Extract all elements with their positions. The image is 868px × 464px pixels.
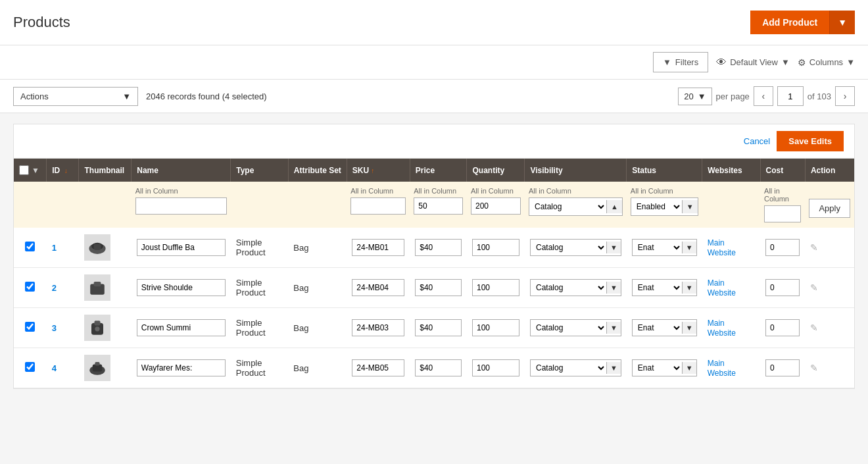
row-4-status-wrap: Enat Disabled ▼ bbox=[632, 359, 697, 376]
row-1-visibility-cell: Catalog Search Catalog, Search Not Visib… bbox=[525, 228, 627, 268]
filters-label: Filters bbox=[675, 57, 698, 67]
row-4-edit-icon[interactable]: ✎ bbox=[810, 363, 818, 373]
row-4-qty-input[interactable] bbox=[472, 359, 519, 376]
row-3-edit-icon[interactable]: ✎ bbox=[810, 322, 818, 333]
row-1-status-select[interactable]: Enat Disabled bbox=[633, 240, 682, 255]
row-2-visibility-wrap: Catalog Search Catalog, Search Not Visib… bbox=[530, 279, 621, 296]
row-3-checkbox[interactable] bbox=[25, 322, 35, 332]
row-1-sku-input[interactable] bbox=[352, 239, 404, 256]
filter-visibility-select-wrap: Catalog Search Catalog, Search Not Visib… bbox=[529, 197, 623, 216]
filter-status-select[interactable]: Enabled Disabled bbox=[631, 198, 682, 215]
per-page-select[interactable]: 20 ▼ bbox=[678, 88, 711, 105]
prev-page-button[interactable]: ‹ bbox=[754, 86, 773, 106]
row-4-price-input[interactable] bbox=[415, 359, 462, 376]
filter-qty-input[interactable] bbox=[471, 197, 521, 215]
row-4-id-link[interactable]: 4 bbox=[52, 363, 57, 373]
filter-visibility-label: All in Column bbox=[529, 187, 623, 195]
row-4-visibility-select[interactable]: Catalog Search Catalog, Search Not Visib… bbox=[531, 360, 606, 376]
row-1-cost-input[interactable] bbox=[765, 239, 800, 256]
view-select[interactable]: 👁 Default View ▼ bbox=[716, 57, 790, 68]
apply-button[interactable]: Apply bbox=[809, 199, 850, 218]
row-1-name-input[interactable] bbox=[137, 239, 226, 256]
main-content: Cancel Save Edits ▼ ID ↓ Thumbnail bbox=[0, 113, 868, 400]
filter-sku-input[interactable] bbox=[350, 197, 406, 215]
filters-button[interactable]: ▼ Filters bbox=[653, 52, 708, 72]
filter-cost-input[interactable] bbox=[764, 205, 801, 222]
filter-price-input[interactable] bbox=[414, 197, 463, 215]
row-3-checkbox-cell bbox=[14, 308, 47, 348]
row-1-edit-icon[interactable]: ✎ bbox=[810, 242, 818, 253]
row-4-status-select[interactable]: Enat Disabled bbox=[633, 360, 682, 376]
eye-icon: 👁 bbox=[716, 57, 727, 68]
row-4-name-input[interactable] bbox=[137, 359, 226, 376]
per-page-label: per page bbox=[716, 91, 750, 101]
row-2-status-select[interactable]: Enat Disabled bbox=[633, 280, 682, 296]
row-2-cost-input[interactable] bbox=[765, 279, 800, 296]
row-1-checkbox[interactable] bbox=[25, 242, 35, 251]
svg-rect-4 bbox=[94, 282, 101, 286]
row-2-cost-cell bbox=[760, 268, 805, 308]
filter-cell-thumbnail bbox=[79, 182, 132, 228]
add-product-button[interactable]: Add Product bbox=[750, 11, 829, 34]
th-sku: SKU↑ bbox=[347, 159, 410, 182]
row-2-visibility-select[interactable]: Catalog Search Catalog, Search Not Visib… bbox=[531, 280, 606, 296]
row-3-qty-input[interactable] bbox=[472, 319, 519, 336]
row-4-website-link[interactable]: Main Website bbox=[708, 359, 736, 378]
row-1-price-input[interactable] bbox=[415, 239, 462, 256]
row-4-sku-input[interactable] bbox=[352, 359, 404, 376]
row-1-visibility-select[interactable]: Catalog Search Catalog, Search Not Visib… bbox=[531, 240, 606, 255]
row-1-status-wrap: Enat Disabled ▼ bbox=[632, 239, 697, 256]
row-1-website-link[interactable]: Main Website bbox=[708, 238, 736, 257]
row-2-name-input[interactable] bbox=[137, 279, 226, 296]
row-2-sku-input[interactable] bbox=[352, 279, 404, 296]
actions-select[interactable]: Actions ▼ bbox=[13, 87, 138, 106]
row-3-id-link[interactable]: 3 bbox=[52, 323, 57, 333]
table-row: 1 Simple Product Bag bbox=[14, 228, 854, 268]
row-2-website: Main Website bbox=[702, 268, 760, 308]
row-1-thumbnail bbox=[79, 228, 132, 268]
row-4-website: Main Website bbox=[702, 348, 760, 388]
row-3-cost-cell bbox=[760, 308, 805, 348]
next-page-button[interactable]: › bbox=[835, 86, 855, 106]
row-3-status-select[interactable]: Enat Disabled bbox=[633, 320, 682, 336]
row-1-qty-input[interactable] bbox=[472, 239, 519, 256]
add-product-dropdown-button[interactable]: ▼ bbox=[829, 11, 855, 34]
row-3-name-input[interactable] bbox=[137, 319, 226, 336]
filter-visibility-select[interactable]: Catalog Search Catalog, Search Not Visib… bbox=[529, 198, 606, 215]
header-checkbox-dropdown[interactable]: ▼ bbox=[32, 166, 39, 175]
filter-row: All in Column All in Column All in Colum… bbox=[14, 182, 854, 228]
row-4-price-cell bbox=[410, 348, 467, 388]
row-3-cost-input[interactable] bbox=[765, 319, 800, 336]
row-2-edit-icon[interactable]: ✎ bbox=[810, 282, 818, 293]
row-2-checkbox[interactable] bbox=[25, 282, 35, 292]
svg-rect-6 bbox=[94, 321, 100, 325]
row-1-id-link[interactable]: 1 bbox=[52, 243, 57, 253]
row-3-sku-input[interactable] bbox=[352, 319, 404, 336]
row-4-checkbox[interactable] bbox=[25, 362, 35, 372]
row-4-visibility-arrow: ▼ bbox=[606, 362, 621, 374]
row-3-visibility-select[interactable]: Catalog Search Catalog, Search Not Visib… bbox=[531, 320, 606, 336]
row-3-website-link[interactable]: Main Website bbox=[708, 319, 736, 338]
row-2-visibility-arrow: ▼ bbox=[606, 282, 621, 294]
save-edits-button[interactable]: Save Edits bbox=[777, 131, 844, 151]
cancel-link[interactable]: Cancel bbox=[744, 136, 770, 146]
filter-name-input[interactable] bbox=[135, 197, 227, 215]
row-2-status-arrow: ▼ bbox=[682, 282, 696, 294]
row-4-thumbnail-image bbox=[84, 355, 110, 381]
view-label: Default View bbox=[730, 57, 778, 67]
columns-button[interactable]: ⚙ Columns ▼ bbox=[798, 57, 855, 68]
page-number-input[interactable] bbox=[777, 86, 804, 106]
records-info: 2046 records found (4 selected) bbox=[146, 91, 267, 101]
row-2-id-link[interactable]: 2 bbox=[52, 283, 57, 293]
row-3-qty-cell bbox=[467, 308, 525, 348]
row-2-website-link[interactable]: Main Website bbox=[708, 278, 736, 297]
row-2-price-input[interactable] bbox=[415, 279, 462, 296]
row-4-cost-input[interactable] bbox=[765, 359, 800, 376]
row-2-qty-input[interactable] bbox=[472, 279, 519, 296]
id-sort-icon: ↓ bbox=[64, 167, 68, 174]
table-header-row: ▼ ID ↓ Thumbnail Name Type Attribute Set… bbox=[14, 159, 854, 182]
row-4-type: Simple Product bbox=[231, 348, 289, 388]
select-all-checkbox[interactable] bbox=[19, 165, 29, 175]
row-3-price-input[interactable] bbox=[415, 319, 462, 336]
filter-icon: ▼ bbox=[663, 57, 671, 67]
